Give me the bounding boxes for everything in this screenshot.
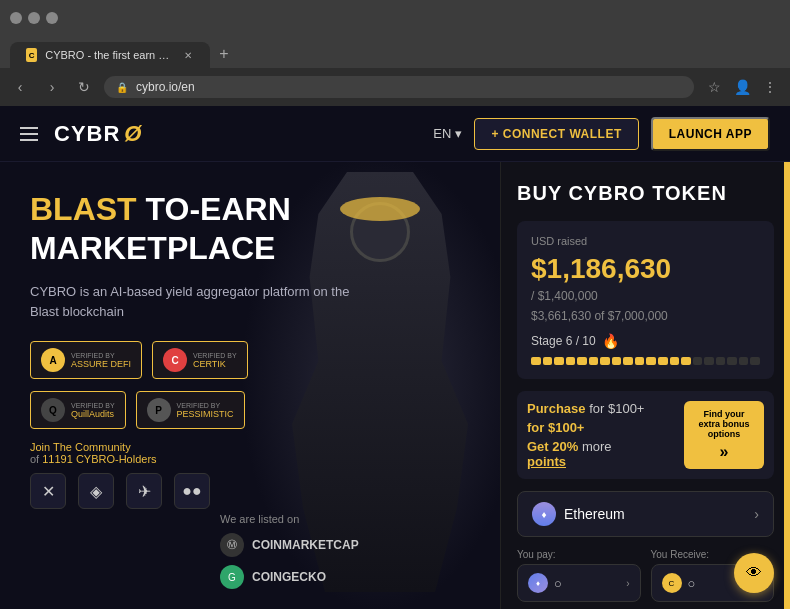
right-accent-bar <box>784 162 790 609</box>
twitter-icon[interactable]: ✕ <box>30 473 66 509</box>
coingecko-item[interactable]: G COINGECKO <box>220 565 359 589</box>
hamburger-line <box>20 133 38 135</box>
promo-left: Purchase for $100+ for $100+ Get 20% mor… <box>527 401 676 469</box>
hamburger-line <box>20 139 38 141</box>
badge1-name: ASSURE DEFI <box>71 359 131 369</box>
coingecko-label: COINGECKO <box>252 570 326 584</box>
certik-badge[interactable]: C VERIFIED BY CERTIK <box>152 341 248 379</box>
fire-icon: 🔥 <box>602 333 619 349</box>
hero-description: CYBRO is an AI-based yield aggregator pl… <box>30 282 350 321</box>
network-left: ♦ Ethereum <box>532 502 625 526</box>
assure-defi-badge[interactable]: A VERIFIED BY ASSURE DEFI <box>30 341 142 379</box>
social-icons: ✕ ◈ ✈ ●● <box>30 473 470 509</box>
pessimistic-icon: P <box>147 398 171 422</box>
promo-detail: for $100+ <box>527 420 676 435</box>
discord-icon[interactable]: ◈ <box>78 473 114 509</box>
tab-close-button[interactable]: ✕ <box>183 48 194 62</box>
coinmarketcap-label: COINMARKETCAP <box>252 538 359 552</box>
address-bar[interactable]: 🔒 cybro.io/en <box>104 76 694 98</box>
url-text: cybro.io/en <box>136 80 195 94</box>
listed-on-label: We are listed on <box>220 513 359 525</box>
badge3-verified-label: VERIFIED BY <box>71 402 115 409</box>
community-text: Join The Community of 11191 CYBRO-Holder… <box>30 441 470 465</box>
menu-button[interactable]: ⋮ <box>758 75 782 99</box>
promo-purchase-amount: for $100+ <box>527 420 584 435</box>
minimize-button[interactable] <box>10 12 22 24</box>
stage-row: Stage 6 / 10 🔥 <box>531 333 760 349</box>
promo-points-label: points <box>527 454 566 469</box>
telegram-icon[interactable]: ✈ <box>126 473 162 509</box>
certik-icon: C <box>163 348 187 372</box>
promo-card: Purchase for $100+ for $100+ Get 20% mor… <box>517 391 774 479</box>
back-button[interactable]: ‹ <box>8 75 32 99</box>
badge4-verified-label: VERIFIED BY <box>177 402 234 409</box>
pay-token-icon: ♦ <box>528 573 548 593</box>
progress-seg-2 <box>543 357 553 365</box>
ethereum-icon: ♦ <box>532 502 556 526</box>
logo[interactable]: CYBRØ <box>54 121 142 147</box>
coingecko-icon: G <box>220 565 244 589</box>
badge1-verified-label: VERIFIED BY <box>71 352 131 359</box>
profile-button[interactable]: 👤 <box>730 75 754 99</box>
language-selector[interactable]: EN ▾ <box>433 126 462 141</box>
eye-float-button[interactable]: 👁 <box>734 553 774 593</box>
promo-find-text: Find your extra bonus options <box>692 409 756 439</box>
usd-raised-label: USD raised <box>531 235 760 247</box>
promo-arrow-icon: » <box>720 443 729 461</box>
promo-amount: for $100+ <box>589 401 644 416</box>
header-right: EN ▾ + CONNECT WALLET LAUNCH APP <box>433 117 770 151</box>
toearn-text: TO-EARN <box>137 191 291 227</box>
maximize-button[interactable] <box>28 12 40 24</box>
progress-seg-13 <box>670 357 680 365</box>
hamburger-line <box>20 127 38 129</box>
buy-token-panel: BUY CYBRO TOKEN USD raised $1,186,630 / … <box>500 162 790 609</box>
network-chevron-icon: › <box>754 506 759 522</box>
usd-raised-amount: $1,186,630 <box>531 253 760 285</box>
bookmark-button[interactable]: ☆ <box>702 75 726 99</box>
site-header: CYBRØ EN ▾ + CONNECT WALLET LAUNCH APP <box>0 106 790 162</box>
promo-points-row: points <box>527 454 676 469</box>
forward-button[interactable]: › <box>40 75 64 99</box>
hamburger-menu[interactable] <box>20 127 38 141</box>
coinmarketcap-item[interactable]: Ⓜ COINMARKETCAP <box>220 533 359 557</box>
browser-actions: ☆ 👤 ⋮ <box>702 75 782 99</box>
progress-seg-11 <box>646 357 656 365</box>
quillaudits-icon: Q <box>41 398 65 422</box>
badge2-name: CERTIK <box>193 359 237 369</box>
listed-section: We are listed on Ⓜ COINMARKETCAP G COING… <box>220 513 359 589</box>
progress-seg-12 <box>658 357 668 365</box>
you-pay-field[interactable]: ♦ ○ › <box>517 564 641 602</box>
left-section: BLAST TO-EARN MARKETPLACE CYBRO is an AI… <box>0 162 500 609</box>
progress-seg-8 <box>612 357 622 365</box>
connect-wallet-button[interactable]: + CONNECT WALLET <box>474 118 638 150</box>
window-controls <box>10 12 58 24</box>
progress-seg-10 <box>635 357 645 365</box>
progress-seg-6 <box>589 357 599 365</box>
browser-chrome: C CYBRO - the first earn marketp... ✕ + … <box>0 0 790 106</box>
launch-app-button[interactable]: LAUNCH APP <box>651 117 770 151</box>
progress-seg-19 <box>739 357 749 365</box>
blast-text: BLAST <box>30 191 137 227</box>
promo-get-row: Get 20% more <box>527 439 676 454</box>
usd-raised-card: USD raised $1,186,630 / $1,400,000 $3,66… <box>517 221 774 379</box>
join-community-label: Join The Community <box>30 441 131 453</box>
promo-get-label: Get 20% <box>527 439 578 454</box>
promo-purchase-label: Purchase <box>527 401 586 416</box>
badge2-verified-label: VERIFIED BY <box>193 352 237 359</box>
new-tab-button[interactable]: + <box>210 40 238 68</box>
active-tab[interactable]: C CYBRO - the first earn marketp... ✕ <box>10 42 210 68</box>
hero-title-line2: MARKETPLACE <box>30 231 470 266</box>
stage-label: Stage 6 / 10 <box>531 334 596 348</box>
coinmarketcap-icon: Ⓜ <box>220 533 244 557</box>
website: CYBRØ EN ▾ + CONNECT WALLET LAUNCH APP <box>0 106 790 609</box>
lang-text: EN <box>433 126 451 141</box>
badge3-name: QuillAudits <box>71 409 115 419</box>
refresh-button[interactable]: ↻ <box>72 75 96 99</box>
pessimistic-badge[interactable]: P VERIFIED BY PESSIMISTIC <box>136 391 245 429</box>
close-button[interactable] <box>46 12 58 24</box>
promo-find-button[interactable]: Find your extra bonus options » <box>684 401 764 469</box>
quillaudits-badge[interactable]: Q VERIFIED BY QuillAudits <box>30 391 126 429</box>
medium-icon[interactable]: ●● <box>174 473 210 509</box>
network-selector[interactable]: ♦ Ethereum › <box>517 491 774 537</box>
tab-title: CYBRO - the first earn marketp... <box>45 49 175 61</box>
